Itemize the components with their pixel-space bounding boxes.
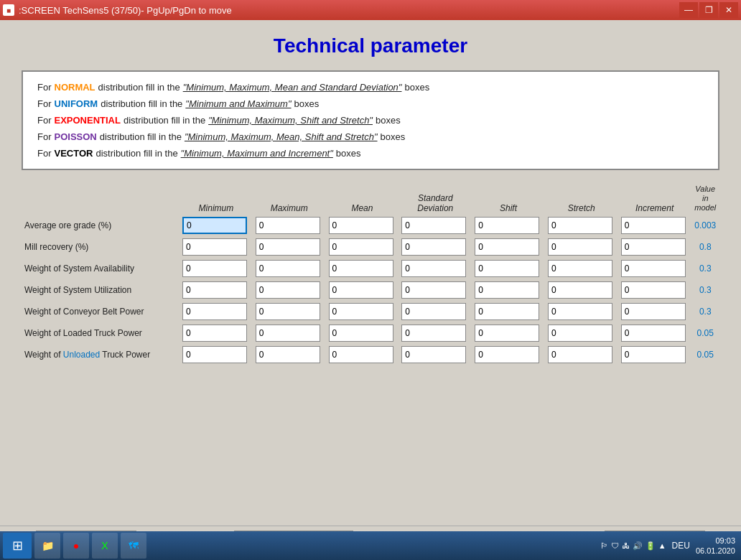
input-stretch-6[interactable] [548, 346, 612, 363]
input-cell-minimum-0[interactable] [180, 215, 253, 236]
input-shift-0[interactable] [475, 217, 539, 234]
close-button[interactable]: ✕ [719, 2, 738, 18]
input-cell-maximum-3[interactable] [253, 279, 326, 301]
input-shift-5[interactable] [475, 325, 539, 342]
input-cell-maximum-6[interactable] [253, 344, 326, 365]
input-stdDev-3[interactable] [401, 281, 466, 299]
input-increment-1[interactable] [621, 238, 686, 256]
input-cell-increment-0[interactable] [618, 215, 691, 236]
taskbar-app-file[interactable]: 📁 [34, 533, 60, 559]
input-stdDev-4[interactable] [401, 303, 466, 320]
input-cell-minimum-1[interactable] [180, 236, 253, 258]
input-cell-shift-2[interactable] [472, 258, 545, 279]
input-shift-6[interactable] [475, 346, 539, 363]
input-cell-maximum-0[interactable] [253, 215, 326, 236]
input-minimum-2[interactable] [182, 260, 247, 277]
input-stretch-5[interactable] [548, 325, 612, 342]
input-cell-increment-6[interactable] [618, 344, 691, 365]
input-cell-minimum-2[interactable] [180, 258, 253, 279]
input-cell-shift-3[interactable] [472, 279, 545, 301]
input-cell-stdDev-2[interactable] [399, 258, 472, 279]
input-cell-stretch-5[interactable] [545, 322, 618, 344]
input-cell-maximum-4[interactable] [253, 301, 326, 322]
input-stretch-0[interactable] [548, 217, 612, 234]
input-minimum-5[interactable] [182, 325, 247, 342]
input-cell-increment-5[interactable] [618, 322, 691, 344]
taskbar-app-excel[interactable]: X [92, 533, 118, 559]
input-cell-maximum-5[interactable] [253, 322, 326, 344]
input-cell-stdDev-4[interactable] [399, 301, 472, 322]
minimize-button[interactable]: — [679, 2, 698, 18]
input-cell-shift-6[interactable] [472, 344, 545, 365]
input-increment-6[interactable] [621, 346, 686, 363]
input-minimum-4[interactable] [182, 303, 247, 320]
input-mean-3[interactable] [329, 281, 393, 299]
input-cell-stretch-3[interactable] [545, 279, 618, 301]
input-maximum-5[interactable] [256, 325, 320, 342]
taskbar-app-map[interactable]: 🗺 [121, 533, 146, 559]
input-increment-3[interactable] [621, 281, 686, 299]
input-increment-0[interactable] [621, 217, 686, 234]
input-cell-stretch-6[interactable] [545, 344, 618, 365]
input-maximum-6[interactable] [256, 346, 320, 363]
input-mean-1[interactable] [329, 238, 393, 256]
input-cell-mean-4[interactable] [326, 301, 399, 322]
input-cell-increment-2[interactable] [618, 258, 691, 279]
input-cell-stretch-0[interactable] [545, 215, 618, 236]
input-cell-mean-6[interactable] [326, 344, 399, 365]
input-shift-4[interactable] [475, 303, 539, 320]
input-cell-mean-2[interactable] [326, 258, 399, 279]
input-cell-shift-4[interactable] [472, 301, 545, 322]
input-cell-stretch-4[interactable] [545, 301, 618, 322]
input-cell-stdDev-0[interactable] [399, 215, 472, 236]
input-mean-0[interactable] [329, 217, 393, 234]
input-cell-increment-4[interactable] [618, 301, 691, 322]
input-maximum-3[interactable] [256, 281, 320, 299]
restore-button[interactable]: ❐ [699, 2, 718, 18]
input-cell-mean-1[interactable] [326, 236, 399, 258]
input-cell-minimum-5[interactable] [180, 322, 253, 344]
input-mean-2[interactable] [329, 260, 393, 277]
input-stdDev-6[interactable] [401, 346, 466, 363]
input-maximum-1[interactable] [256, 238, 320, 256]
input-stretch-3[interactable] [548, 281, 612, 299]
input-cell-minimum-4[interactable] [180, 301, 253, 322]
input-stdDev-2[interactable] [401, 260, 466, 277]
input-stretch-2[interactable] [548, 260, 612, 277]
input-cell-mean-3[interactable] [326, 279, 399, 301]
input-cell-minimum-3[interactable] [180, 279, 253, 301]
input-cell-increment-3[interactable] [618, 279, 691, 301]
input-cell-stdDev-5[interactable] [399, 322, 472, 344]
input-cell-shift-1[interactable] [472, 236, 545, 258]
input-cell-maximum-2[interactable] [253, 258, 326, 279]
input-minimum-1[interactable] [182, 238, 247, 256]
input-cell-mean-0[interactable] [326, 215, 399, 236]
input-cell-stdDev-6[interactable] [399, 344, 472, 365]
input-stretch-4[interactable] [548, 303, 612, 320]
input-stdDev-5[interactable] [401, 325, 466, 342]
input-cell-stdDev-1[interactable] [399, 236, 472, 258]
input-maximum-4[interactable] [256, 303, 320, 320]
input-cell-stretch-1[interactable] [545, 236, 618, 258]
input-mean-5[interactable] [329, 325, 393, 342]
input-stretch-1[interactable] [548, 238, 612, 256]
input-minimum-0[interactable] [182, 217, 247, 234]
input-increment-2[interactable] [621, 260, 686, 277]
input-increment-5[interactable] [621, 325, 686, 342]
input-cell-maximum-1[interactable] [253, 236, 326, 258]
input-cell-shift-5[interactable] [472, 322, 545, 344]
input-minimum-3[interactable] [182, 281, 247, 299]
input-shift-1[interactable] [475, 238, 539, 256]
taskbar-app-chrome[interactable]: ● [63, 533, 89, 559]
input-stdDev-1[interactable] [401, 238, 466, 256]
input-cell-minimum-6[interactable] [180, 344, 253, 365]
input-maximum-2[interactable] [256, 260, 320, 277]
input-shift-3[interactable] [475, 281, 539, 299]
input-cell-increment-1[interactable] [618, 236, 691, 258]
input-shift-2[interactable] [475, 260, 539, 277]
input-cell-stdDev-3[interactable] [399, 279, 472, 301]
input-maximum-0[interactable] [256, 217, 320, 234]
start-button[interactable]: ⊞ [3, 533, 32, 559]
input-stdDev-0[interactable] [401, 217, 466, 234]
input-minimum-6[interactable] [182, 346, 247, 363]
